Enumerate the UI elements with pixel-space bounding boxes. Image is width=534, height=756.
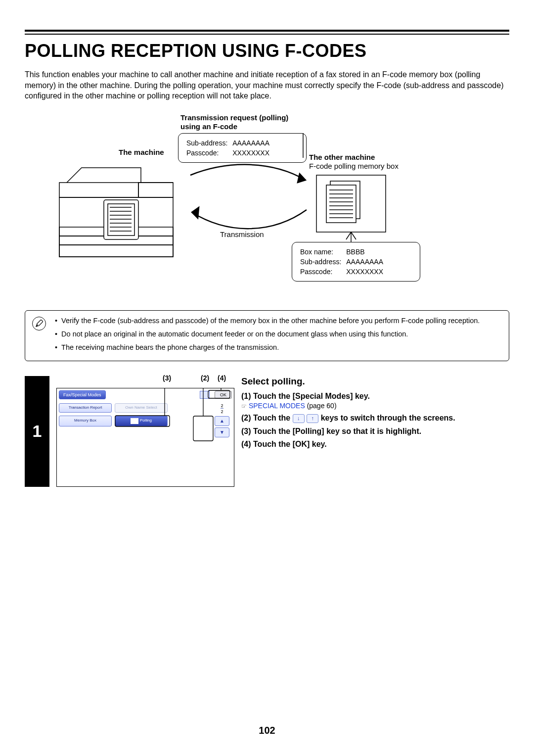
down-key-icon: ↓ [293, 414, 305, 423]
req-passcode-label: Passcode: [186, 148, 231, 157]
step-heading: Select polling. [241, 376, 509, 387]
instruction-2: (2) Touch the ↓ ↑ keys to switch through… [241, 414, 509, 423]
up-key-icon: ↑ [307, 414, 318, 423]
page-counter: 2 2 [213, 403, 231, 414]
callout-2: (2) [201, 374, 209, 382]
request-fcode-box: Sub-address:AAAAAAAA Passcode:XXXXXXXX [178, 133, 307, 163]
svg-marker-17 [192, 207, 199, 218]
counter-top: 2 [221, 403, 223, 408]
svg-rect-3 [59, 245, 173, 257]
callout-4: (4) [218, 374, 226, 382]
dest-subaddr-val: AAAAAAAA [346, 257, 387, 266]
note-list: Verify the F-code (sub-address and passc… [55, 316, 480, 356]
req-subaddr-label: Sub-address: [186, 139, 231, 147]
request-label-2: using an F-code [180, 122, 237, 131]
counter-bottom: 2 [221, 408, 223, 414]
svg-rect-20 [326, 185, 356, 223]
connector-line-icon [296, 133, 311, 163]
dest-subaddr-label: Sub-address: [300, 257, 345, 266]
instruction-3: (3) Touch the [Polling] key so that it i… [241, 427, 509, 436]
transaction-report-button[interactable]: Transaction Report [59, 403, 112, 413]
req-passcode-val: XXXXXXXX [232, 148, 273, 157]
intro-paragraph: This function enables your machine to ca… [25, 69, 509, 101]
note-icon [32, 316, 48, 356]
img-preview-icon[interactable] [200, 391, 210, 399]
note-item: Verify the F-code (sub-address and passc… [55, 316, 480, 326]
own-name-select-button[interactable]: Own Name Select [115, 403, 168, 413]
svg-line-31 [351, 232, 356, 239]
page-number: 102 [0, 725, 534, 736]
instruction-4: (4) Touch the [OK] key. [241, 440, 509, 449]
polling-doc-icon [131, 418, 138, 424]
dest-passcode-label: Passcode: [300, 267, 345, 276]
tab-special-modes[interactable]: Fax/Special Modes [59, 390, 106, 399]
printer-icon [40, 153, 188, 267]
note-item: Do not place an original in the automati… [55, 329, 480, 339]
dest-box-name-val: BBBB [346, 247, 387, 256]
svg-line-30 [346, 232, 351, 239]
pointer-icon: ☞ [241, 403, 247, 410]
scroll-down-button[interactable]: ▼ [215, 427, 229, 437]
req-subaddr-val: AAAAAAAA [232, 139, 273, 147]
polling-button[interactable]: Polling [115, 416, 168, 426]
callout-labels: (3) (2) (4) [56, 374, 234, 388]
note-box: Verify the F-code (sub-address and passc… [25, 310, 509, 361]
step-instructions: Select polling. (1) Touch the [Special M… [241, 376, 509, 487]
diagram: Transmission request (polling) using an … [25, 113, 509, 296]
svg-marker-16 [298, 174, 306, 183]
top-rule-thick [25, 30, 509, 32]
top-rule-thin [25, 34, 509, 35]
ok-button[interactable]: OK [215, 391, 232, 399]
memory-box-button[interactable]: Memory Box [59, 416, 112, 426]
touchscreen: Fax/Special Modes OK Transaction Report … [56, 388, 234, 487]
svg-rect-37 [193, 416, 213, 441]
polling-button-label: Polling [140, 419, 152, 423]
step-screen: (3) (2) (4) Fax/Special Modes OK Transac… [56, 376, 234, 487]
dest-fcode-box: Box name:BBBB Sub-address:AAAAAAAA Passc… [292, 242, 420, 282]
step-1: 1 (3) (2) (4) Fax/Special Modes OK Trans… [25, 376, 509, 487]
other-label: The other machine [309, 153, 375, 161]
dest-box-name-label: Box name: [300, 247, 345, 256]
pencil-circle-icon [32, 317, 46, 331]
instruction-1: (1) Touch the [Special Modes] key. ☞ SPE… [241, 392, 509, 410]
svg-rect-4 [59, 183, 138, 197]
dest-passcode-val: XXXXXXXX [346, 267, 387, 276]
request-label-1: Transmission request (polling) [180, 113, 288, 122]
note-item: The receiving machine bears the phone ch… [55, 342, 480, 353]
other-sub-label: F-code polling memory box [309, 162, 399, 170]
special-modes-link[interactable]: SPECIAL MODES [249, 402, 305, 410]
callout-3: (3) [163, 374, 171, 382]
transmission-label: Transmission [220, 230, 264, 238]
step-number: 1 [25, 376, 49, 487]
svg-rect-5 [138, 183, 173, 197]
page-title: POLLING RECEPTION USING F-CODES [25, 41, 509, 61]
scroll-up-button[interactable]: ▲ [215, 416, 229, 426]
